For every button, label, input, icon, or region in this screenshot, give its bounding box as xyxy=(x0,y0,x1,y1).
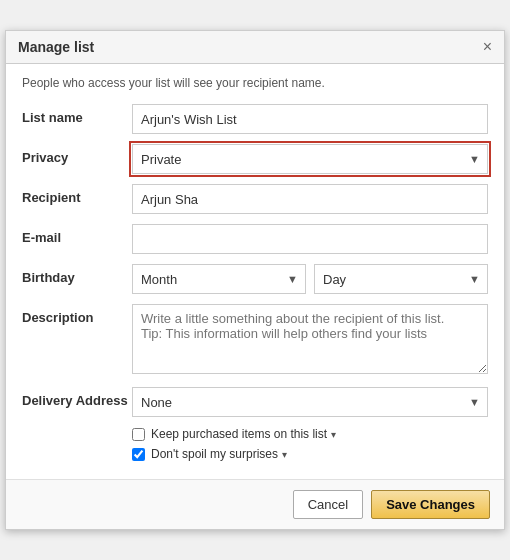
manage-list-modal: Manage list × People who access your lis… xyxy=(5,30,505,530)
keep-purchased-checkbox[interactable] xyxy=(132,428,145,441)
delivery-row: Delivery Address None Add new address ▼ xyxy=(22,387,488,417)
month-select-wrap: Month JanuaryFebruaryMarch AprilMayJune … xyxy=(132,264,306,294)
birthday-label: Birthday xyxy=(22,264,132,285)
email-input[interactable] xyxy=(132,224,488,254)
day-select[interactable]: Day 12345 678910 xyxy=(314,264,488,294)
privacy-row: Privacy Private Public Shared ▼ xyxy=(22,144,488,174)
recipient-label: Recipient xyxy=(22,184,132,205)
recipient-wrap xyxy=(132,184,488,214)
delivery-label: Delivery Address xyxy=(22,387,132,408)
modal-footer: Cancel Save Changes xyxy=(6,479,504,529)
cancel-button[interactable]: Cancel xyxy=(293,490,363,519)
privacy-select-wrap: Private Public Shared ▼ xyxy=(132,144,488,174)
delivery-select[interactable]: None Add new address xyxy=(132,387,488,417)
birthday-selects: Month JanuaryFebruaryMarch AprilMayJune … xyxy=(132,264,488,294)
list-name-label: List name xyxy=(22,104,132,125)
dont-spoil-checkbox[interactable] xyxy=(132,448,145,461)
dont-spoil-caret-icon: ▾ xyxy=(282,449,287,460)
description-row: Description xyxy=(22,304,488,377)
privacy-select[interactable]: Private Public Shared xyxy=(132,144,488,174)
modal-body: People who access your list will see you… xyxy=(6,64,504,479)
email-label: E-mail xyxy=(22,224,132,245)
birthday-wrap: Month JanuaryFebruaryMarch AprilMayJune … xyxy=(132,264,488,294)
delivery-wrap: None Add new address ▼ xyxy=(132,387,488,417)
month-select[interactable]: Month JanuaryFebruaryMarch AprilMayJune … xyxy=(132,264,306,294)
recipient-row: Recipient xyxy=(22,184,488,214)
description-textarea[interactable] xyxy=(132,304,488,374)
day-select-wrap: Day 12345 678910 ▼ xyxy=(314,264,488,294)
modal-header: Manage list × xyxy=(6,31,504,64)
keep-purchased-caret-icon: ▾ xyxy=(331,429,336,440)
dont-spoil-row: Don't spoil my surprises ▾ xyxy=(22,447,488,461)
privacy-label: Privacy xyxy=(22,144,132,165)
email-wrap xyxy=(132,224,488,254)
privacy-wrap: Private Public Shared ▼ xyxy=(132,144,488,174)
subtitle: People who access your list will see you… xyxy=(22,76,488,90)
list-name-row: List name xyxy=(22,104,488,134)
modal-title: Manage list xyxy=(18,39,94,55)
birthday-row: Birthday Month JanuaryFebruaryMarch Apri… xyxy=(22,264,488,294)
description-wrap xyxy=(132,304,488,377)
email-row: E-mail xyxy=(22,224,488,254)
save-button[interactable]: Save Changes xyxy=(371,490,490,519)
keep-purchased-label[interactable]: Keep purchased items on this list ▾ xyxy=(151,427,336,441)
recipient-input[interactable] xyxy=(132,184,488,214)
delivery-select-wrap: None Add new address ▼ xyxy=(132,387,488,417)
keep-purchased-row: Keep purchased items on this list ▾ xyxy=(22,427,488,441)
list-name-wrap xyxy=(132,104,488,134)
close-button[interactable]: × xyxy=(483,39,492,55)
description-label: Description xyxy=(22,304,132,325)
list-name-input[interactable] xyxy=(132,104,488,134)
dont-spoil-label[interactable]: Don't spoil my surprises ▾ xyxy=(151,447,287,461)
